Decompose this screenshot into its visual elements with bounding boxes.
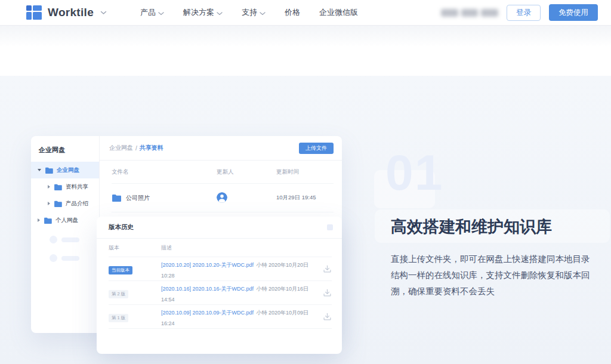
main-menu: 产品 解决方案 支持 价格 企业微信版 [140, 7, 358, 18]
nav-item-products[interactable]: 产品 [140, 7, 164, 18]
download-icon[interactable] [323, 288, 332, 297]
chevron-down-icon [260, 8, 266, 17]
column-header-description: 描述 [161, 244, 317, 252]
feature-number: 01 [385, 147, 443, 198]
drive-content-header: 企业网盘 / 共享资料 上传文件 [100, 136, 342, 161]
column-header-version: 版本 [109, 244, 161, 252]
download-icon[interactable] [323, 312, 332, 321]
free-trial-button[interactable]: 免费使用 [549, 4, 598, 21]
column-header-updater: 更新人 [217, 168, 276, 176]
navbar-right: 登录 免费使用 [441, 4, 598, 21]
brand[interactable]: Worktile [26, 5, 107, 20]
tree-item-label: 产品介绍 [66, 200, 88, 208]
version-file-link[interactable]: [2020.10.09] 2020.10.09-关于WDC.pdf [161, 310, 254, 316]
chevron-down-icon [217, 8, 223, 17]
breadcrumb-current[interactable]: 共享资料 [140, 144, 163, 152]
tree-item-personal-drive[interactable]: 个人网盘 [31, 212, 99, 229]
version-table: 版本 描述 当前版本 [2020.10.20] 2020.10.20-关于WDC… [97, 239, 342, 329]
caret-down-icon [38, 169, 41, 171]
file-name: 公司照片 [126, 194, 150, 202]
drive-sidebar-title: 企业网盘 [31, 136, 99, 162]
skeleton-item [31, 232, 99, 247]
tree-item-label: 个人网盘 [55, 217, 78, 224]
tree-item-label: 资料共享 [66, 183, 88, 191]
version-badge: 第 1 版 [109, 314, 128, 322]
nav-item-pricing[interactable]: 价格 [285, 7, 300, 18]
folder-icon [44, 217, 52, 224]
feature-title: 高效搭建和维护知识库 [391, 216, 552, 237]
version-history-panel: 版本历史 版本 描述 当前版本 [2020.10.20] 2020.10.20-… [97, 217, 342, 354]
login-button[interactable]: 登录 [507, 5, 541, 21]
version-panel-title: 版本历史 [109, 223, 134, 232]
file-updated-time: 10月29日 19:45 [276, 194, 334, 202]
version-row: 第 1 版 [2020.10.09] 2020.10.09-关于WDC.pdf … [109, 305, 332, 329]
version-file-link[interactable]: [2020.10.20] 2020.10.20-关于WDC.pdf [161, 262, 254, 268]
section-gradient-band [0, 26, 611, 47]
nav-item-wechat-work[interactable]: 企业微信版 [319, 7, 358, 18]
upload-file-button[interactable]: 上传文件 [299, 143, 334, 154]
user-avatar-icon [217, 192, 227, 203]
download-icon[interactable] [323, 264, 332, 273]
skeleton-item [31, 251, 99, 266]
folder-icon [45, 167, 53, 174]
tree-item-enterprise-drive[interactable]: 企业网盘 [31, 162, 99, 178]
column-header-updated-time: 更新时间 [276, 168, 334, 176]
chevron-down-icon [100, 11, 107, 15]
caret-right-icon [48, 185, 50, 189]
file-table: 文件名 更新人 更新时间 公司照片 [100, 161, 342, 212]
version-panel-header: 版本历史 [97, 217, 342, 239]
caret-right-icon [48, 202, 50, 205]
breadcrumb: 企业网盘 / 共享资料 [109, 144, 163, 152]
top-navbar: Worktile 产品 解决方案 支持 价格 企业微信版 [0, 0, 611, 26]
tree-item-label: 企业网盘 [57, 166, 79, 174]
version-file-link[interactable]: [2020.10.16] 2020.10.16-关于WDC.pdf [161, 286, 254, 292]
chevron-down-icon [158, 8, 164, 17]
page: Worktile 产品 解决方案 支持 价格 企业微信版 [0, 0, 611, 364]
file-table-header: 文件名 更新人 更新时间 [112, 161, 334, 184]
folder-icon [54, 200, 62, 207]
feature-description: 直接上传文件夹，即可在网盘上快速搭建同本地目录结构一样的在线知识库，支持文件删除… [391, 251, 594, 300]
worktile-logo-icon [26, 5, 42, 20]
version-row: 当前版本 [2020.10.20] 2020.10.20-关于WDC.pdf 小… [109, 257, 332, 281]
panel-corner-icon[interactable] [327, 224, 333, 230]
brand-name: Worktile [48, 6, 94, 19]
drive-sidebar: 企业网盘 企业网盘 资料共享 [31, 136, 100, 333]
breadcrumb-parent[interactable]: 企业网盘 [109, 144, 133, 152]
version-table-header: 版本 描述 [109, 239, 332, 257]
tree-item-product-intro[interactable]: 产品介绍 [31, 195, 99, 212]
version-row: 第 2 版 [2020.10.16] 2020.10.16-关于WDC.pdf … [109, 281, 332, 305]
folder-icon [54, 184, 62, 190]
nav-item-solutions[interactable]: 解决方案 [183, 7, 223, 18]
file-row[interactable]: 公司照片 10月29日 19:45 [112, 184, 334, 212]
breadcrumb-separator: / [135, 145, 137, 152]
folder-icon [112, 194, 121, 202]
feature-section: 01 高效搭建和维护知识库 直接上传文件夹，即可在网盘上快速搭建同本地目录结构一… [0, 76, 611, 364]
tree-item-shared-files[interactable]: 资料共享 [31, 178, 99, 195]
caret-right-icon [38, 218, 40, 222]
column-header-filename: 文件名 [112, 168, 217, 176]
phone-number-redacted [441, 9, 498, 17]
version-badge: 当前版本 [109, 266, 132, 274]
nav-item-support[interactable]: 支持 [242, 7, 266, 18]
version-badge: 第 2 版 [109, 290, 128, 298]
